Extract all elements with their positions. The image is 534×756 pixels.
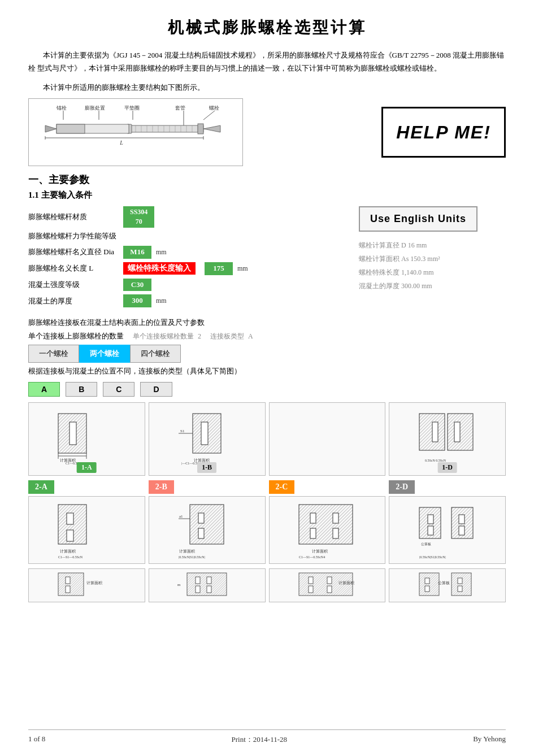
strip-2a: 计算面积 (28, 568, 145, 602)
intro-para-1: 本计算的主要依据为《JGJ 145－2004 混凝土结构后锚固技术规程》，所采用… (28, 49, 506, 75)
strip-2c: 计算面积 (269, 568, 386, 602)
calc-area-value: 150.3 (410, 255, 426, 263)
param-concrete-grade-row: 混凝土强度等级 C30 (28, 279, 348, 292)
svg-marker-27 (45, 125, 57, 132)
special-input-label[interactable]: 螺栓特殊长度输入 (123, 262, 196, 275)
calc-area-row: 螺栓计算面积 As 150.3 mm² (359, 252, 506, 266)
length-value[interactable]: 175 (205, 262, 233, 275)
svg-rect-93 (196, 586, 200, 593)
svg-rect-35 (70, 422, 76, 445)
special-len-unit: mm (423, 268, 434, 276)
special-len-row: 螺栓特殊长度 1,140.0 mm (359, 266, 506, 279)
concrete-thick-right-unit: mm (422, 282, 432, 290)
svg-rect-92 (196, 577, 200, 584)
concrete-thick-unit: mm (156, 297, 167, 305)
concrete-thick-value[interactable]: 300 (123, 294, 151, 307)
svg-rect-94 (207, 577, 211, 584)
concrete-grade-label: 混凝土强度等级 (28, 280, 119, 290)
length-unit: mm (237, 264, 248, 273)
svg-rect-73 (333, 528, 338, 538)
label-2d: 2-D (389, 480, 415, 494)
svg-text:公算板: 公算板 (438, 581, 450, 585)
svg-rect-86 (58, 573, 84, 596)
svg-text:C1—S1—0.5ScN4: C1—S1—0.5ScN4 (299, 555, 325, 559)
strip-diagram-2c: 计算面积 (269, 568, 386, 602)
use-english-units-button[interactable]: Use English Units (359, 206, 477, 232)
param-grade-row: 膨胀螺栓螺杆力学性能等级 (28, 231, 348, 241)
bolt-diagram-row: 锚栓 膨胀处置 平垫圈 套管 螺栓 (28, 98, 506, 166)
concrete-thick-right-value: 300.00 (401, 282, 420, 290)
svg-rect-99 (309, 577, 313, 584)
diagram-2a: 计算面积 C1—S1—0.5ScN (28, 496, 145, 564)
type-a-button[interactable]: A (28, 382, 60, 397)
svg-rect-110 (458, 586, 462, 592)
svg-rect-95 (207, 586, 211, 593)
type-c-button[interactable]: C (103, 382, 134, 397)
svg-rect-71 (310, 528, 316, 538)
four-bolt-button[interactable]: 四个螺栓 (130, 345, 181, 363)
count-right-value: 2 (198, 332, 201, 340)
two-bolt-button[interactable]: 两个螺栓 (79, 345, 130, 363)
count-right-label: 单个连接板螺栓数量 (133, 332, 194, 340)
svg-text:|0.5ScN|S1|0.5ScN|: |0.5ScN|S1|0.5ScN| (419, 555, 446, 559)
diagram-1b: S1 计算面积 |—C1—0.5ScN| 1-B (149, 402, 266, 476)
type-b-button[interactable]: B (66, 382, 97, 397)
type-d-button[interactable]: D (140, 382, 172, 397)
svg-rect-56 (67, 513, 73, 524)
svg-rect-87 (66, 577, 70, 584)
param-concrete-thick-row: 混凝土的厚度 300 mm (28, 294, 348, 307)
svg-rect-81 (459, 515, 464, 524)
strip-diagram-2b: m (149, 568, 266, 602)
material-value2: 70 (130, 217, 147, 227)
diagrams-row3-strip: 计算面积 m (28, 568, 506, 602)
type-right-value: A (248, 332, 253, 340)
footer: 1 of 8 Print：2014-11-28 By Yehong (28, 729, 506, 745)
strip-2d: 公算板 (389, 568, 506, 602)
svg-rect-52 (454, 422, 460, 442)
right-params-info: 螺栓计算直径 D 16 mm 螺栓计算面积 As 150.3 mm² 螺栓特殊长… (359, 238, 506, 293)
help-me-box[interactable]: HELP ME! (381, 107, 506, 158)
svg-text:计算面积: 计算面积 (338, 581, 354, 585)
svg-rect-88 (66, 586, 70, 593)
svg-text:锚栓: 锚栓 (56, 105, 67, 111)
concrete-thick-label: 混凝土的厚度 (28, 296, 119, 306)
svg-rect-63 (198, 528, 204, 538)
label-2c: 2-C (269, 480, 295, 494)
label-2a: 2-A (28, 480, 54, 494)
material-value-box[interactable]: SS304 70 (123, 206, 154, 228)
count-right: 单个连接板螺栓数量 2 (133, 332, 201, 341)
svg-text:计算面积: 计算面积 (312, 549, 328, 554)
diagram-2c-container: 2-C 计算面积 C1—S1—0.5ScN4 (269, 480, 386, 564)
svg-rect-101 (327, 577, 332, 584)
svg-rect-23 (198, 124, 203, 134)
diagram-2b: a1 计算面积 |0.5ScN|S1|0.5ScN| (149, 496, 266, 564)
diameter-value[interactable]: M16 (123, 246, 151, 259)
section-title-1: 一、主要参数 (28, 173, 506, 186)
bolt-section-desc: 膨胀螺栓连接板在混凝土结构表面上的位置及尺寸参数 (28, 318, 506, 328)
strip-diagram-2a: 计算面积 (28, 568, 145, 602)
svg-text:螺栓: 螺栓 (209, 105, 219, 111)
special-len-value: 1,140.0 (401, 268, 422, 276)
svg-rect-80 (428, 526, 433, 535)
svg-text:套管: 套管 (175, 105, 185, 111)
type-right: 连接板类型 A (210, 332, 253, 341)
one-bolt-button[interactable]: 一个螺栓 (28, 345, 79, 363)
svg-rect-102 (327, 586, 332, 593)
print-date: Print：2014-11-28 (232, 735, 287, 745)
svg-text:m: m (177, 583, 181, 587)
bolt-count-buttons: 一个螺栓 两个螺栓 四个螺栓 (28, 345, 506, 363)
diagram-2a-container: 2-A 计算面积 C1—S1—0.5ScN (28, 480, 145, 564)
label-2b: 2-B (149, 480, 174, 494)
svg-text:C1—S1—0.5ScN: C1—S1—0.5ScN (58, 555, 83, 559)
intro-para-2: 本计算中所适用的膨胀螺栓主要结构如下图所示。 (28, 81, 506, 94)
svg-rect-82 (459, 526, 464, 535)
concrete-thick-right-label: 混凝土的厚度 (359, 282, 400, 290)
diagrams-row1: 计算面积 C1—0.5ScN 1-A S1 计算面积 (28, 402, 506, 476)
svg-rect-100 (309, 586, 313, 593)
svg-rect-79 (428, 515, 433, 524)
bolt-svg: 锚栓 膨胀处置 平垫圈 套管 螺栓 (40, 104, 232, 160)
concrete-grade-value[interactable]: C30 (123, 279, 151, 292)
diagram-2d-container: 2-D 公算板 |0.5ScN|S1|0.5ScN| (389, 480, 506, 564)
help-me-text: HELP ME! (396, 122, 491, 143)
params-right: Use English Units 螺栓计算直径 D 16 mm 螺栓计算面积 … (359, 206, 506, 293)
